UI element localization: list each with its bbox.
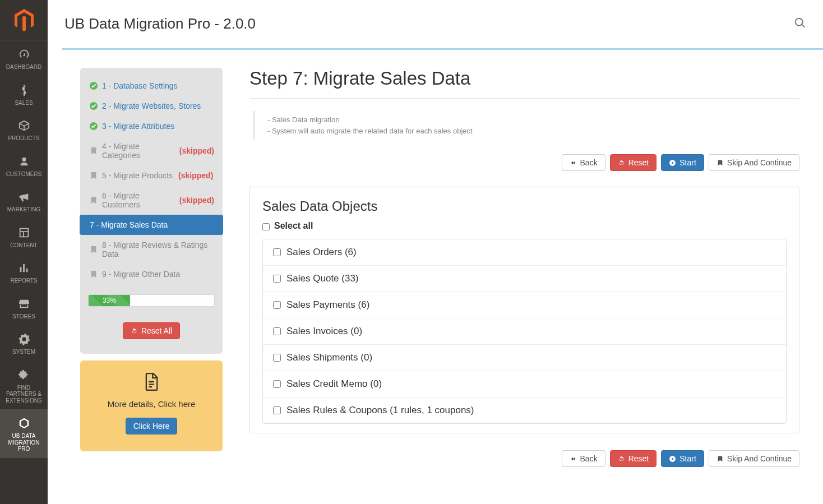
skipped-tag: (skipped) <box>178 171 213 180</box>
nav-dashboard[interactable]: DASHBOARD <box>0 40 48 76</box>
nav-label: DASHBOARD <box>6 64 41 71</box>
bookmark-icon <box>90 270 98 278</box>
hexagon-icon <box>17 416 31 431</box>
object-checkbox[interactable] <box>273 327 281 335</box>
nav-label: STORES <box>12 313 35 320</box>
topbar: UB Data Migration Pro - 2.0.0 <box>48 0 823 48</box>
object-list: Sales Orders (6)Sales Quote (33)Sales Pa… <box>262 239 787 424</box>
note-box: - Sales Data migration - System will aut… <box>253 111 799 140</box>
back-button[interactable]: Back <box>562 450 605 467</box>
progress-fill: 33% <box>89 295 130 306</box>
step-item-8[interactable]: 8 - Migrate Reviews & Ratings Data <box>80 235 223 264</box>
nav-customers[interactable]: CUSTOMERS <box>0 147 48 183</box>
steps-panel: 1 - Database Settings2 - Migrate Website… <box>80 68 223 451</box>
start-button[interactable]: Start <box>661 154 704 171</box>
store-icon <box>17 297 31 311</box>
select-all-row[interactable]: Select all <box>262 221 787 231</box>
layout-icon <box>17 225 31 240</box>
check-icon <box>90 102 98 110</box>
step-heading: Step 7: Migrate Sales Data <box>249 68 799 99</box>
step-item-6[interactable]: 6 - Migrate Customers (skipped) <box>80 186 223 215</box>
object-checkbox[interactable] <box>273 301 281 309</box>
nav-label: SYSTEM <box>12 349 35 355</box>
back-label: Back <box>580 455 598 463</box>
search-icon[interactable] <box>794 17 806 31</box>
object-checkbox[interactable] <box>273 380 281 388</box>
start-button[interactable]: Start <box>661 450 704 467</box>
panel-title: Sales Data Objects <box>262 198 787 214</box>
object-row[interactable]: Sales Credit Memo (0) <box>263 371 786 397</box>
nav-label: FIND PARTNERS & EXTENSIONS <box>2 385 45 404</box>
reset-label: Reset <box>628 455 649 463</box>
nav-partners[interactable]: FIND PARTNERS & EXTENSIONS <box>0 361 48 410</box>
nav-stores[interactable]: STORES <box>0 290 48 326</box>
reset-all-button[interactable]: Reset All <box>123 322 180 339</box>
step-item-9[interactable]: 9 - Migrate Other Data <box>80 264 223 284</box>
back-label: Back <box>580 159 598 167</box>
check-icon <box>90 122 98 130</box>
reset-button[interactable]: Reset <box>610 450 657 467</box>
object-checkbox[interactable] <box>273 248 281 256</box>
puzzle-icon <box>17 368 31 382</box>
note-line: - System will auto migrate the related d… <box>267 126 799 137</box>
start-label: Start <box>679 159 696 167</box>
details-button-label: Click Here <box>133 422 170 430</box>
progress-bar: 33% <box>88 294 215 307</box>
object-checkbox[interactable] <box>273 275 281 283</box>
object-row[interactable]: Sales Orders (6) <box>263 239 786 266</box>
nav-label: CONTENT <box>10 242 37 249</box>
admin-sidebar: DASHBOARD SALES PRODUCTS CUSTOMERS MARKE… <box>0 0 48 504</box>
object-label: Sales Credit Memo (0) <box>286 378 382 390</box>
select-all-checkbox[interactable] <box>262 223 270 230</box>
nav-content[interactable]: CONTENT <box>0 219 48 255</box>
content-wrap: 1 - Database Settings2 - Migrate Website… <box>62 48 823 504</box>
object-checkbox[interactable] <box>273 354 281 362</box>
gear-icon <box>17 332 31 346</box>
object-row[interactable]: Sales Rules & Coupons (1 rules, 1 coupon… <box>263 397 786 423</box>
nav-label: PRODUCTS <box>8 135 39 142</box>
step-item-2[interactable]: 2 - Migrate Websites, Stores <box>80 96 223 116</box>
object-label: Sales Quote (33) <box>286 273 359 284</box>
step-item-1[interactable]: 1 - Database Settings <box>80 76 223 96</box>
megaphone-icon <box>17 189 31 204</box>
object-row[interactable]: Sales Invoices (0) <box>263 318 786 345</box>
bookmark-icon <box>90 196 98 204</box>
bookmark-icon <box>90 246 98 253</box>
nav-ub-migration[interactable]: UB DATA MIGRATION PRO <box>0 409 48 458</box>
object-label: Sales Rules & Coupons (1 rules, 1 coupon… <box>286 405 474 416</box>
back-button[interactable]: Back <box>562 154 605 171</box>
step-item-3[interactable]: 3 - Migrate Attributes <box>80 116 223 136</box>
details-button[interactable]: Click Here <box>126 418 178 434</box>
document-icon <box>144 383 159 392</box>
object-label: Sales Shipments (0) <box>286 352 372 363</box>
nav-system[interactable]: SYSTEM <box>0 325 48 361</box>
dollar-icon <box>17 83 31 98</box>
details-text: More details, Click here <box>88 399 215 409</box>
bars-icon <box>17 261 31 275</box>
sales-objects-panel: Sales Data Objects Select all Sales Orde… <box>249 187 799 433</box>
step-item-7[interactable]: 7 - Migrate Sales Data <box>80 215 223 235</box>
nav-label: SALES <box>15 100 33 107</box>
nav-marketing[interactable]: MARKETING <box>0 183 48 219</box>
step-label: 2 - Migrate Websites, Stores <box>102 101 201 110</box>
bookmark-icon <box>90 147 98 155</box>
bookmark-icon <box>90 172 98 179</box>
nav-label: UB DATA MIGRATION PRO <box>2 433 45 452</box>
object-row[interactable]: Sales Shipments (0) <box>263 345 786 371</box>
skip-button[interactable]: Skip And Continue <box>709 450 799 467</box>
skip-label: Skip And Continue <box>727 455 792 463</box>
nav-products[interactable]: PRODUCTS <box>0 112 48 147</box>
object-row[interactable]: Sales Payments (6) <box>263 292 786 318</box>
reset-button[interactable]: Reset <box>610 154 657 171</box>
skip-button[interactable]: Skip And Continue <box>709 154 799 171</box>
skipped-tag: (skipped) <box>179 196 214 205</box>
nav-reports[interactable]: REPORTS <box>0 254 48 290</box>
object-row[interactable]: Sales Quote (33) <box>263 266 786 292</box>
object-checkbox[interactable] <box>273 406 281 414</box>
magento-logo[interactable] <box>0 0 48 40</box>
step-item-4[interactable]: 4 - Migrate Categories (skipped) <box>80 136 223 165</box>
step-item-5[interactable]: 5 - Migrate Products (skipped) <box>80 165 223 186</box>
box-icon <box>17 118 31 133</box>
nav-sales[interactable]: SALES <box>0 76 48 112</box>
object-label: Sales Invoices (0) <box>286 326 362 337</box>
